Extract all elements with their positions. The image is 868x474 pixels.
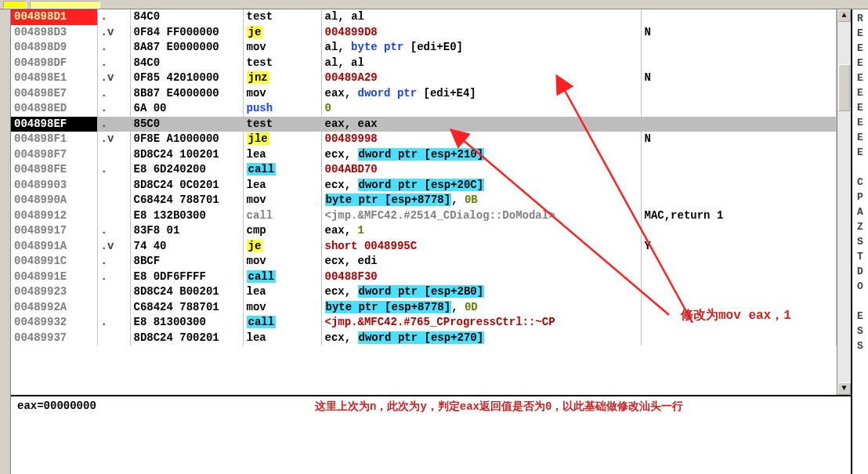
- comment-cell: [641, 162, 837, 178]
- direction-cell: .: [97, 9, 130, 25]
- direction-cell: .v: [97, 132, 130, 147]
- direction-cell: .: [97, 162, 130, 178]
- code-row[interactable]: 004898F1.v0F8E A1000000jle00489998N: [11, 132, 837, 147]
- code-row[interactable]: 004898D3.v0F84 FF000000je004899D8N: [11, 25, 837, 41]
- operands-cell: 00489998: [321, 132, 641, 147]
- comment-cell: [641, 254, 837, 270]
- toolbar-seg: [30, 1, 100, 9]
- address-cell[interactable]: 0048991A: [11, 239, 97, 255]
- operands-cell: <jmp.&MFC42.#2514_CDialog::DoModal>: [321, 208, 641, 224]
- code-row[interactable]: 004898D9.8A87 E0000000moval, byte ptr [e…: [11, 40, 837, 56]
- code-row[interactable]: 0048991E.E8 0DF6FFFFcall00488F30: [11, 270, 837, 285]
- address-cell[interactable]: 00489923: [11, 284, 97, 300]
- reg-flag: D: [852, 264, 868, 279]
- code-row[interactable]: 004898DF.84C0testal, al: [11, 56, 837, 71]
- address-cell[interactable]: 00489932: [11, 315, 97, 331]
- direction-cell: [97, 147, 130, 163]
- operands-cell: 004ABD70: [321, 162, 641, 178]
- code-row[interactable]: 00489917.83F8 01cmpeax, 1: [11, 223, 837, 239]
- code-row[interactable]: 004898FE.E8 6D240200call004ABD70: [11, 162, 837, 178]
- address-cell[interactable]: 004898F1: [11, 132, 97, 147]
- direction-cell: [97, 284, 130, 300]
- comment-cell: [641, 147, 837, 163]
- address-cell[interactable]: 004898FE: [11, 162, 97, 178]
- annotation-explain: 这里上次为n，此次为y，判定eax返回值是否为0，以此基础做修改汕头一行: [315, 400, 683, 414]
- code-row[interactable]: 004898E1.v0F85 42010000jnz00489A29N: [11, 71, 837, 86]
- mnemonic-cell: test: [243, 117, 321, 132]
- address-cell[interactable]: 004898ED: [11, 101, 97, 117]
- address-cell[interactable]: 004898F7: [11, 147, 97, 163]
- address-cell[interactable]: 0048991E: [11, 270, 97, 285]
- operands-cell: short 0048995C: [321, 239, 641, 255]
- hex-cell: 83F8 01: [130, 223, 243, 239]
- mnemonic-cell: test: [243, 9, 321, 25]
- comment-cell: [641, 284, 837, 300]
- operands-cell: 00489A29: [321, 71, 641, 86]
- code-row[interactable]: 004898E7.8B87 E4000000moveax, dword ptr …: [11, 86, 837, 102]
- address-cell[interactable]: 004898D9: [11, 40, 97, 56]
- reg-flag: E: [852, 115, 868, 130]
- address-cell[interactable]: 0048991C: [11, 254, 97, 270]
- reg-flag: E: [852, 41, 868, 56]
- mnemonic-cell: lea: [243, 331, 321, 346]
- mnemonic-cell: test: [243, 56, 321, 71]
- reg-flag: E: [852, 85, 868, 100]
- address-cell[interactable]: 00489912: [11, 208, 97, 224]
- comment-cell: [641, 117, 837, 132]
- code-row[interactable]: 004899238D8C24 B00201leaecx, dword ptr […: [11, 284, 837, 300]
- reg-flag: T: [852, 249, 868, 264]
- operands-cell: ecx, dword ptr [esp+20C]: [321, 178, 641, 194]
- address-cell[interactable]: 00489903: [11, 178, 97, 194]
- address-cell[interactable]: 00489917: [11, 223, 97, 239]
- code-row[interactable]: 00489912E8 132B0300call<jmp.&MFC42.#2514…: [11, 208, 837, 224]
- code-row[interactable]: 0048991C.8BCFmovecx, edi: [11, 254, 837, 270]
- direction-cell: .: [97, 56, 130, 71]
- direction-cell: .: [97, 117, 130, 132]
- operands-cell: byte ptr [esp+8778], 0D: [321, 300, 641, 316]
- code-row[interactable]: 0048990AC68424 788701movbyte ptr [esp+87…: [11, 193, 837, 208]
- operands-cell: 004899D8: [321, 25, 641, 41]
- mnemonic-cell: lea: [243, 178, 321, 194]
- reg-flag: R: [852, 11, 868, 26]
- direction-cell: .: [97, 315, 130, 331]
- vertical-scrollbar[interactable]: ▲ ▼: [837, 9, 851, 395]
- address-cell[interactable]: 004898D3: [11, 25, 97, 41]
- direction-cell: [97, 208, 130, 224]
- code-row[interactable]: 004899378D8C24 700201leaecx, dword ptr […: [11, 331, 837, 346]
- address-cell[interactable]: 004898E7: [11, 86, 97, 102]
- code-row[interactable]: 004898D1.84C0testal, al: [11, 9, 837, 25]
- address-cell[interactable]: 004898EF: [11, 117, 97, 132]
- reg-flag: A: [852, 204, 868, 219]
- address-cell[interactable]: 00489937: [11, 331, 97, 346]
- code-row[interactable]: 0048991A.v74 40jeshort 0048995CY: [11, 239, 837, 255]
- scroll-up-button[interactable]: ▲: [837, 9, 851, 22]
- address-cell[interactable]: 004898D1: [11, 9, 97, 25]
- hex-cell: 8D8C24 0C0201: [130, 178, 243, 194]
- code-row[interactable]: 004899038D8C24 0C0201leaecx, dword ptr […: [11, 178, 837, 194]
- direction-cell: [97, 331, 130, 346]
- code-row[interactable]: 004898F78D8C24 100201leaecx, dword ptr […: [11, 147, 837, 163]
- address-cell[interactable]: 0048992A: [11, 300, 97, 316]
- mnemonic-cell: mov: [243, 254, 321, 270]
- comment-cell: [641, 178, 837, 194]
- code-row[interactable]: 004898EF.85C0testeax, eax: [11, 117, 837, 132]
- scroll-thumb[interactable]: [838, 64, 850, 111]
- code-row[interactable]: 004898ED.6A 00push0: [11, 101, 837, 117]
- reg-flag: [852, 294, 868, 309]
- disassembly-pane[interactable]: 004898D1.84C0testal, al004898D3.v0F84 FF…: [11, 9, 837, 395]
- hex-cell: 8D8C24 700201: [130, 331, 243, 346]
- mnemonic-cell: mov: [243, 300, 321, 316]
- hex-cell: 84C0: [130, 9, 243, 25]
- eax-value: eax=00000000: [17, 400, 96, 412]
- reg-flag: S: [852, 324, 868, 338]
- reg-flag: P: [852, 190, 868, 204]
- mnemonic-cell: jle: [243, 132, 321, 147]
- hex-cell: E8 132B0300: [130, 208, 243, 224]
- address-cell[interactable]: 004898DF: [11, 56, 97, 71]
- direction-cell: .: [97, 270, 130, 285]
- comment-cell: [641, 86, 837, 102]
- address-cell[interactable]: 0048990A: [11, 193, 97, 208]
- scroll-down-button[interactable]: ▼: [837, 382, 851, 395]
- address-cell[interactable]: 004898E1: [11, 71, 97, 86]
- operands-cell: 00488F30: [321, 270, 641, 285]
